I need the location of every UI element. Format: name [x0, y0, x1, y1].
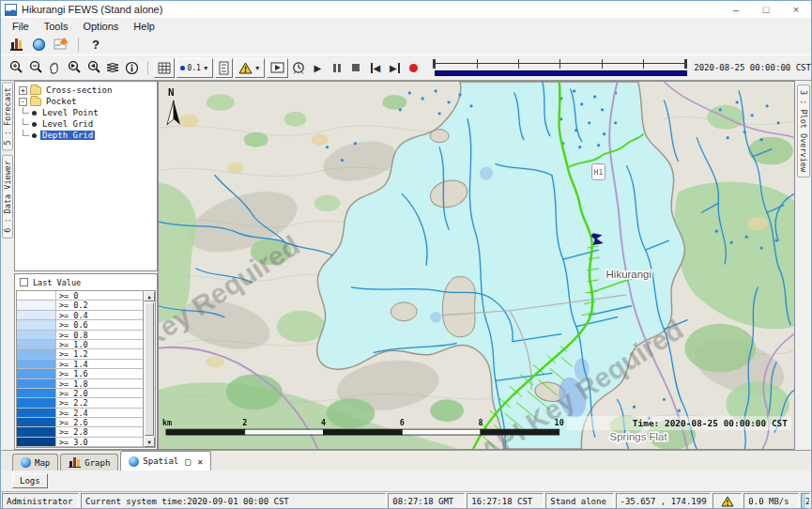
spatial-display-button[interactable]	[50, 35, 72, 54]
tree-node-cross-section[interactable]: + Cross-section	[15, 85, 157, 96]
legend-row: >= 0.4	[17, 311, 143, 320]
legend-swatch	[17, 349, 56, 358]
tree-node-level-grid[interactable]: Level Grid	[15, 118, 157, 130]
help-button[interactable]: ?	[84, 35, 107, 54]
status-local-time: 16:27:18 CST	[467, 493, 544, 509]
last-value-checkbox[interactable]	[20, 278, 28, 286]
hand-icon	[47, 60, 62, 75]
zoom-next-button[interactable]	[84, 57, 103, 78]
legend-row: >= 1.8	[17, 379, 143, 389]
tab-forecast[interactable]: 5 : Forecast	[2, 82, 13, 150]
scale-legend-button[interactable]	[215, 58, 233, 78]
tree-connector	[23, 118, 29, 125]
left-dock-strip: 5 : Forecast 6 : Data Viewer	[1, 81, 14, 450]
logs-row: Logs	[1, 470, 811, 491]
tab-plot-overview[interactable]: 3 : Plot Overview	[797, 85, 810, 177]
menu-file[interactable]: File	[5, 20, 37, 33]
pause-icon	[333, 64, 341, 72]
stop-button[interactable]	[346, 57, 366, 78]
warning-dropdown[interactable]: ▼	[235, 58, 265, 78]
legend-swatch	[17, 447, 56, 448]
threshold-dot-icon	[180, 66, 185, 70]
info-icon	[125, 61, 139, 75]
zoom-out-button[interactable]	[26, 57, 46, 78]
timeline-rail	[433, 59, 687, 69]
tab-restore-icon[interactable]: □	[185, 456, 191, 467]
skip-to-end-button[interactable]: ▶	[385, 57, 405, 78]
tree-node-level-point[interactable]: Level Point	[15, 107, 157, 118]
legend-swatch	[17, 360, 56, 368]
layers-icon	[105, 61, 120, 74]
legend-swatch	[17, 369, 56, 378]
folder-icon	[30, 86, 41, 95]
minimize-button[interactable]: –	[721, 1, 751, 18]
chevron-down-icon: ▼	[254, 65, 261, 71]
place-label-hikurangi: Hikurangi	[606, 269, 651, 280]
close-button[interactable]: ×	[781, 1, 811, 18]
maximize-button[interactable]: □	[751, 1, 781, 18]
tab-data-viewer[interactable]: 6 : Data Viewer	[2, 155, 13, 239]
tree-node-depth-grid[interactable]: Depth Grid	[15, 130, 157, 141]
skip-end-icon: ▶	[390, 63, 400, 73]
play-button[interactable]: ▶	[308, 57, 328, 78]
record-icon	[409, 64, 418, 72]
svg-text:H1: H1	[594, 168, 604, 177]
map-canvas[interactable]: API Key Required API Key Required H1 Hik…	[159, 82, 794, 449]
scroll-up-icon[interactable]: ▲	[144, 291, 155, 301]
scroll-down-icon[interactable]: ▼	[144, 437, 155, 447]
grid-display-button[interactable]	[154, 58, 175, 78]
menu-help[interactable]: Help	[126, 20, 162, 33]
tree-node-pocket[interactable]: - Pocket	[15, 96, 157, 107]
toolbar-separator	[78, 38, 79, 52]
road-shield: H1	[592, 164, 605, 180]
folder-icon	[30, 98, 41, 106]
tree-connector	[23, 130, 29, 136]
pause-button[interactable]	[328, 57, 347, 78]
status-warning-cell[interactable]	[712, 493, 742, 509]
animation-window-button[interactable]	[267, 58, 288, 78]
tab-graph[interactable]: Graph	[60, 454, 118, 470]
layers-button[interactable]	[103, 57, 123, 78]
tab-close-icon[interactable]: ✕	[197, 456, 203, 467]
record-button[interactable]	[405, 57, 424, 78]
skip-to-start-button[interactable]: ◀	[366, 57, 386, 78]
play-window-icon	[270, 62, 284, 73]
legend-class-list: >= 0 >= 0.2 >= 0.4 >= 0.6 >= 0.8 >= 1.0 …	[17, 291, 143, 447]
collapse-icon[interactable]: -	[19, 98, 27, 106]
menu-tools[interactable]: Tools	[37, 20, 76, 33]
tab-map[interactable]: Map	[12, 454, 58, 470]
layer-bullet-icon	[32, 111, 37, 116]
stop-icon	[352, 64, 360, 71]
legend-row: >= 2.0	[17, 389, 143, 398]
toolbar-separator	[147, 61, 148, 75]
map-display-button[interactable]	[27, 35, 50, 54]
legend-row: >= 0.6	[17, 320, 143, 330]
legend-swatch	[17, 301, 56, 309]
bar-chart-icon	[10, 39, 23, 51]
tab-spatial[interactable]: Spatial □ ✕	[120, 451, 211, 470]
status-system-time: Current system time:2020-09-01 00:00 CST	[81, 493, 386, 509]
timeline-slider[interactable]	[433, 59, 687, 76]
status-bar: Administrator Current system time:2020-0…	[1, 491, 811, 509]
explorer-panel: + Cross-section - Pocket Level Point	[14, 81, 158, 450]
timeline-progress-bar	[435, 70, 687, 76]
info-button[interactable]	[122, 57, 142, 78]
threshold-dropdown[interactable]: 0.1▼	[176, 58, 212, 78]
scrollbar-thumb[interactable]	[145, 302, 154, 436]
pan-button[interactable]	[45, 57, 65, 78]
title-bar[interactable]: Hikurangi FEWS (Stand alone) – □ ×	[1, 1, 811, 18]
menu-options[interactable]: Options	[75, 20, 126, 33]
legend-swatch	[17, 438, 56, 446]
animation-timer-button[interactable]	[289, 57, 309, 78]
chart-arrow-icon	[54, 38, 69, 51]
map-view[interactable]: API Key Required API Key Required H1 Hik…	[158, 81, 795, 450]
legend-swatch	[17, 311, 56, 319]
legend-scrollbar[interactable]: ▲ ▼	[143, 291, 155, 447]
data-viewer-button[interactable]	[5, 35, 27, 54]
logs-button[interactable]: Logs	[12, 473, 48, 488]
legend-swatch	[17, 389, 56, 397]
zoom-in-button[interactable]	[7, 57, 26, 78]
expand-icon[interactable]: +	[19, 86, 27, 95]
zoom-previous-button[interactable]	[65, 57, 84, 78]
legend-swatch	[17, 340, 56, 348]
